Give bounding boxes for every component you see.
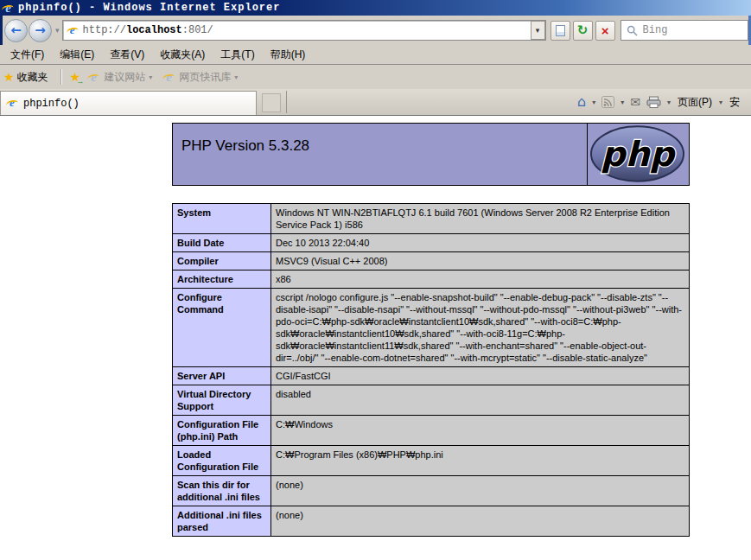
favorites-star-icon: ★ bbox=[3, 70, 15, 84]
menu-favorites[interactable]: 收藏夹(A) bbox=[155, 46, 215, 64]
chevron-down-icon: ▾ bbox=[234, 73, 238, 81]
separator bbox=[286, 91, 287, 113]
table-row: SystemWindows NT WIN-N2BTIAFLQTJ 6.1 bui… bbox=[173, 204, 690, 234]
table-row: Virtual Directory Supportdisabled bbox=[173, 385, 690, 416]
ie-icon: e bbox=[6, 97, 18, 110]
menu-file[interactable]: 文件(F) bbox=[5, 46, 54, 64]
separator bbox=[60, 69, 61, 85]
add-to-favorites-bar-icon[interactable]: ★ bbox=[70, 70, 81, 84]
forward-button[interactable]: → bbox=[29, 19, 52, 42]
menu-bar: 文件(F) 编辑(E) 查看(V) 收藏夹(A) 工具(T) 帮助(H) bbox=[0, 45, 751, 65]
tab-label: phpinfo() bbox=[23, 98, 80, 110]
home-icon[interactable]: ⌂ bbox=[577, 95, 586, 109]
phpinfo-content: PHP Version 5.3.28 php SystemWindows NT … bbox=[172, 123, 690, 537]
table-row: CompilerMSVC9 (Visual C++ 2008) bbox=[173, 252, 690, 270]
print-chevron-icon[interactable]: ▾ bbox=[667, 99, 671, 106]
table-row: Architecturex86 bbox=[173, 270, 690, 289]
search-icon bbox=[627, 25, 638, 36]
php-version-header: PHP Version 5.3.28 php bbox=[172, 123, 690, 186]
phpinfo-table: SystemWindows NT WIN-N2BTIAFLQTJ 6.1 bui… bbox=[172, 203, 690, 537]
page-icon: e bbox=[67, 24, 79, 37]
table-row: Build DateDec 10 2013 22:04:40 bbox=[173, 234, 690, 252]
navigation-bar: ← → ▾ e http://localhost:801/ ▾ ↻ × Bing bbox=[0, 16, 751, 45]
web-slice-gallery-button[interactable]: e 网页快讯库 ▾ bbox=[162, 70, 238, 85]
browser-viewport: PHP Version 5.3.28 php SystemWindows NT … bbox=[0, 116, 751, 560]
title-bar: e phpinfo() - Windows Internet Explorer bbox=[0, 0, 751, 16]
compatibility-view-button[interactable] bbox=[551, 21, 570, 41]
broken-page-icon bbox=[556, 25, 565, 36]
menu-edit[interactable]: 编辑(E) bbox=[54, 46, 105, 64]
suggested-sites-button[interactable]: e 建议网站 ▾ bbox=[87, 70, 152, 85]
ie-icon: e bbox=[162, 71, 175, 84]
refresh-icon: ↻ bbox=[577, 24, 589, 37]
svg-text:php: php bbox=[601, 134, 677, 174]
favorites-button[interactable]: 收藏夹 bbox=[17, 70, 48, 85]
address-bar[interactable]: e http://localhost:801/ ▾ bbox=[62, 20, 546, 41]
table-row: Scan this dir for additional .ini files(… bbox=[173, 476, 690, 506]
safety-menu-button[interactable]: 安 bbox=[729, 95, 751, 110]
menu-help[interactable]: 帮助(H) bbox=[265, 46, 316, 64]
chevron-down-icon: ▾ bbox=[149, 73, 152, 81]
stop-button[interactable]: × bbox=[595, 21, 615, 41]
address-dropdown-icon[interactable]: ▾ bbox=[531, 21, 545, 40]
table-row: Additional .ini files parsed(none) bbox=[173, 506, 690, 537]
window-title: phpinfo() - Windows Internet Explorer bbox=[18, 2, 280, 14]
refresh-button[interactable]: ↻ bbox=[573, 21, 593, 41]
ie-logo-icon: e bbox=[2, 2, 15, 15]
table-row: Configure Commandcscript /nologo configu… bbox=[173, 289, 690, 367]
home-chevron-icon[interactable]: ▾ bbox=[592, 99, 595, 106]
page-chevron-icon[interactable]: ▾ bbox=[719, 99, 722, 106]
page-menu-button[interactable]: 页面(P) bbox=[677, 95, 713, 110]
search-box[interactable]: Bing bbox=[621, 20, 748, 41]
command-bar: ⌂ ▾ ▾ ✉ ▾ 页面(P) ▾ 安 bbox=[577, 89, 751, 115]
new-tab-button[interactable] bbox=[262, 93, 281, 112]
table-row: Loaded Configuration FileC:₩Program File… bbox=[173, 446, 690, 476]
feeds-chevron-icon: ▾ bbox=[621, 99, 624, 106]
rss-feed-icon[interactable] bbox=[601, 96, 614, 108]
menu-view[interactable]: 查看(V) bbox=[105, 46, 155, 64]
stop-icon: × bbox=[601, 24, 609, 37]
mail-icon[interactable]: ✉ bbox=[630, 96, 640, 108]
tab-phpinfo[interactable]: e phpinfo() bbox=[0, 91, 257, 115]
back-button[interactable]: ← bbox=[4, 19, 28, 42]
search-placeholder: Bing bbox=[643, 24, 668, 36]
favorites-bar: ★ 收藏夹 ★ e 建议网站 ▾ e 网页快讯库 ▾ bbox=[0, 65, 751, 89]
ie-icon: e bbox=[87, 71, 100, 84]
menu-tools[interactable]: 工具(T) bbox=[215, 46, 264, 64]
table-row: Configuration File (php.ini) PathC:₩Wind… bbox=[173, 416, 690, 446]
tab-bar: e phpinfo() ⌂ ▾ ▾ ✉ ▾ 页面(P) ▾ 安 bbox=[0, 89, 751, 116]
url-text[interactable]: http://localhost:801/ bbox=[83, 24, 526, 36]
print-icon[interactable] bbox=[646, 96, 661, 108]
table-row: Server APICGI/FastCGI bbox=[173, 367, 690, 385]
php-logo: php bbox=[587, 124, 689, 185]
recent-pages-chevron-icon[interactable]: ▾ bbox=[55, 26, 60, 35]
